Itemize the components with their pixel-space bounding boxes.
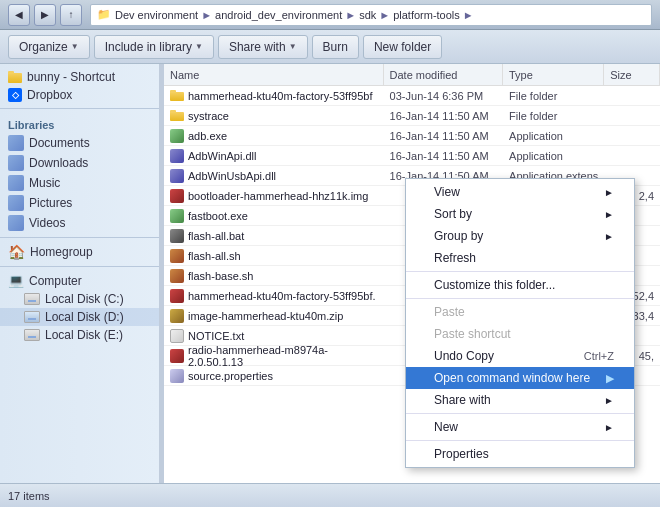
ctx-group-arrow: ► bbox=[604, 231, 614, 242]
ctx-open-command[interactable]: Open command window here ▶ bbox=[406, 367, 634, 389]
music-icon bbox=[8, 175, 24, 191]
computer-icon: 💻 bbox=[8, 273, 24, 288]
documents-icon bbox=[8, 135, 24, 151]
ctx-customize[interactable]: Customize this folder... bbox=[406, 274, 634, 296]
ctx-separator-2 bbox=[406, 298, 634, 299]
ctx-new[interactable]: New ► bbox=[406, 416, 634, 438]
burn-button[interactable]: Burn bbox=[312, 35, 359, 59]
title-bar: ◀ ▶ ↑ 📁 Dev environment ► android_dev_en… bbox=[0, 0, 660, 30]
table-row[interactable]: systrace 16-Jan-14 11:50 AM File folder bbox=[164, 106, 660, 126]
include-arrow: ▼ bbox=[195, 42, 203, 51]
ctx-group-by[interactable]: Group by ► bbox=[406, 225, 634, 247]
exe-icon bbox=[170, 209, 184, 223]
prop-icon bbox=[170, 369, 184, 383]
folder-icon bbox=[170, 90, 184, 101]
toolbar: Organize ▼ Include in library ▼ Share wi… bbox=[0, 30, 660, 64]
include-library-button[interactable]: Include in library ▼ bbox=[94, 35, 214, 59]
sidebar-divider-3 bbox=[0, 266, 159, 267]
table-row[interactable]: hammerhead-ktu40m-factory-53ff95bf 03-Ju… bbox=[164, 86, 660, 106]
organize-arrow: ▼ bbox=[71, 42, 79, 51]
sidebar-item-bunny[interactable]: bunny - Shortcut bbox=[0, 68, 159, 86]
pictures-icon bbox=[8, 195, 24, 211]
sidebar-item-drive-d[interactable]: Local Disk (D:) bbox=[0, 308, 159, 326]
ctx-sort-arrow: ► bbox=[604, 209, 614, 220]
col-header-size[interactable]: Size bbox=[604, 64, 660, 85]
ctx-undo-shortcut: Ctrl+Z bbox=[584, 350, 614, 362]
drive-e-icon bbox=[24, 329, 40, 341]
sidebar-item-documents[interactable]: Documents bbox=[0, 133, 159, 153]
status-bar: 17 items bbox=[0, 483, 660, 507]
share-arrow: ▼ bbox=[289, 42, 297, 51]
ctx-share-with[interactable]: Share with ► bbox=[406, 389, 634, 411]
breadcrumb-part[interactable]: Dev environment bbox=[115, 9, 198, 21]
breadcrumb-icon: 📁 bbox=[97, 8, 111, 21]
img-icon bbox=[170, 349, 184, 363]
zip-icon bbox=[170, 309, 184, 323]
col-header-date[interactable]: Date modified bbox=[384, 64, 503, 85]
new-folder-button[interactable]: New folder bbox=[363, 35, 442, 59]
dropbox-icon: ◇ bbox=[8, 88, 22, 102]
ctx-separator-4 bbox=[406, 440, 634, 441]
sidebar-item-videos[interactable]: Videos bbox=[0, 213, 159, 233]
nav-buttons: ◀ ▶ ↑ bbox=[8, 4, 82, 26]
sidebar-item-drive-e[interactable]: Local Disk (E:) bbox=[0, 326, 159, 344]
file-list-header: Name Date modified Type Size bbox=[164, 64, 660, 86]
forward-button[interactable]: ▶ bbox=[34, 4, 56, 26]
col-header-type[interactable]: Type bbox=[503, 64, 604, 85]
sh-icon bbox=[170, 269, 184, 283]
libraries-section: Libraries bbox=[0, 113, 159, 133]
dll-icon bbox=[170, 169, 184, 183]
videos-icon bbox=[8, 215, 24, 231]
ctx-view-arrow: ► bbox=[604, 187, 614, 198]
exe-icon bbox=[170, 129, 184, 143]
ctx-undo-copy[interactable]: Undo Copy Ctrl+Z bbox=[406, 345, 634, 367]
up-button[interactable]: ↑ bbox=[60, 4, 82, 26]
table-row[interactable]: AdbWinApi.dll 16-Jan-14 11:50 AM Applica… bbox=[164, 146, 660, 166]
dll-icon bbox=[170, 149, 184, 163]
breadcrumb-part[interactable]: android_dev_environment bbox=[215, 9, 342, 21]
share-with-button[interactable]: Share with ▼ bbox=[218, 35, 308, 59]
sidebar: bunny - Shortcut ◇ Dropbox Libraries Doc… bbox=[0, 64, 160, 483]
folder-shortcut-icon bbox=[8, 71, 22, 83]
sidebar-divider bbox=[0, 108, 159, 109]
downloads-icon bbox=[8, 155, 24, 171]
context-menu: View ► Sort by ► Group by ► Refresh Cust… bbox=[405, 178, 635, 468]
ctx-paste-shortcut: Paste shortcut bbox=[406, 323, 634, 345]
sidebar-item-pictures[interactable]: Pictures bbox=[0, 193, 159, 213]
breadcrumb-part[interactable]: sdk bbox=[359, 9, 376, 21]
status-text: 17 items bbox=[8, 490, 50, 502]
bat-icon bbox=[170, 229, 184, 243]
table-row[interactable]: adb.exe 16-Jan-14 11:50 AM Application bbox=[164, 126, 660, 146]
ctx-refresh[interactable]: Refresh bbox=[406, 247, 634, 269]
back-button[interactable]: ◀ bbox=[8, 4, 30, 26]
folder-icon bbox=[170, 110, 184, 121]
img-icon bbox=[170, 289, 184, 303]
breadcrumb[interactable]: 📁 Dev environment ► android_dev_environm… bbox=[90, 4, 652, 26]
homegroup-icon: 🏠 bbox=[8, 244, 25, 260]
col-header-name[interactable]: Name bbox=[164, 64, 384, 85]
sh-icon bbox=[170, 249, 184, 263]
ctx-new-arrow: ► bbox=[604, 422, 614, 433]
sidebar-item-downloads[interactable]: Downloads bbox=[0, 153, 159, 173]
drive-d-icon bbox=[24, 311, 40, 323]
breadcrumb-part[interactable]: platform-tools bbox=[393, 9, 460, 21]
sidebar-item-dropbox[interactable]: ◇ Dropbox bbox=[0, 86, 159, 104]
sidebar-divider-2 bbox=[0, 237, 159, 238]
ctx-properties[interactable]: Properties bbox=[406, 443, 634, 465]
ctx-paste: Paste bbox=[406, 301, 634, 323]
txt-icon bbox=[170, 329, 184, 343]
sidebar-item-homegroup[interactable]: 🏠 Homegroup bbox=[0, 242, 159, 262]
img-icon bbox=[170, 189, 184, 203]
ctx-share-arrow: ► bbox=[604, 395, 614, 406]
sidebar-item-music[interactable]: Music bbox=[0, 173, 159, 193]
drive-c-icon bbox=[24, 293, 40, 305]
sidebar-item-computer[interactable]: 💻 Computer bbox=[0, 271, 159, 290]
ctx-sort-by[interactable]: Sort by ► bbox=[406, 203, 634, 225]
sidebar-item-drive-c[interactable]: Local Disk (C:) bbox=[0, 290, 159, 308]
ctx-view[interactable]: View ► bbox=[406, 181, 634, 203]
ctx-separator-3 bbox=[406, 413, 634, 414]
ctx-separator-1 bbox=[406, 271, 634, 272]
organize-button[interactable]: Organize ▼ bbox=[8, 35, 90, 59]
